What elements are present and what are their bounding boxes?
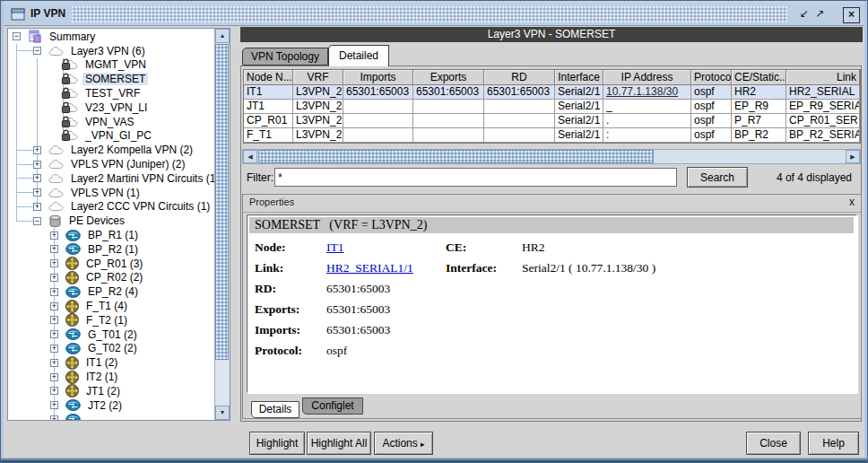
table-header-cell[interactable]: Link: [786, 70, 860, 85]
help-button[interactable]: Help: [808, 432, 859, 455]
expand-icon[interactable]: +: [33, 146, 41, 154]
table-row[interactable]: CP_R01L3VPN_2Serial2/1.ospfP_R7CP_R01_SE…: [244, 114, 860, 128]
tree-item-bp-r1-1[interactable]: +BP_R1 (1): [9, 228, 214, 242]
table-header-cell[interactable]: RD: [484, 70, 555, 85]
scroll-up-arrow-icon[interactable]: ▲: [215, 29, 230, 43]
window-titlebar[interactable]: IP VPN ↙ ↗ ×: [4, 4, 864, 26]
tree-vertical-scrollbar[interactable]: ▲ ▼: [214, 29, 230, 420]
table-row[interactable]: F_T1L3VPN_2Serial2/1:ospfBP_R2BP_R2_SERI…: [244, 128, 860, 143]
collapse-icon[interactable]: −: [13, 32, 21, 40]
table-header-cell[interactable]: Exports: [413, 70, 484, 85]
tree-item-vpn-gi-pc[interactable]: _VPN_GI_PC: [9, 129, 214, 144]
tree-item-clipped[interactable]: +: [9, 413, 214, 420]
table-cell: L3VPN_2: [293, 100, 343, 114]
expand-icon[interactable]: +: [50, 316, 58, 324]
tree-item-f-t2-1[interactable]: +F_T2 (1): [9, 313, 214, 328]
tree-item-jt1-2[interactable]: +JT1 (2): [9, 384, 214, 398]
window-close-button[interactable]: ×: [843, 7, 860, 23]
scroll-right-arrow-icon[interactable]: ▶: [846, 150, 860, 163]
table-header-cell[interactable]: Node N...: [244, 70, 293, 85]
tree-item-vpls-vpn-1[interactable]: +VPLS VPN (1): [9, 186, 214, 200]
tree-item-layer3-vpn-6[interactable]: −Layer3 VPN (6): [9, 44, 214, 58]
expand-icon[interactable]: +: [50, 274, 58, 282]
actions-button[interactable]: Actions ▸: [374, 432, 433, 455]
tree-item-layer2-ccc-vpn-circuits-1[interactable]: +Layer2 CCC VPN Circuits (1): [9, 200, 214, 214]
scroll-down-arrow-icon[interactable]: ▼: [215, 406, 230, 420]
ip-address-link[interactable]: 10.77.1.138/30: [603, 85, 691, 100]
scroll-left-arrow-icon[interactable]: ◀: [243, 150, 257, 163]
tree-item-cp-r02-2[interactable]: +CP_R02 (2): [9, 271, 214, 285]
table-cell: L3VPN_2: [293, 114, 343, 128]
table-header-cell[interactable]: IP Address: [603, 70, 691, 85]
search-button[interactable]: Search: [687, 167, 748, 188]
tree-item-layer2-martini-vpn-circuits-1[interactable]: +Layer2 Martini VPN Circuits (1): [9, 171, 214, 186]
close-button[interactable]: Close: [746, 432, 801, 455]
table-horizontal-scrollbar[interactable]: ◀ ▶: [242, 149, 861, 164]
expand-icon[interactable]: +: [50, 345, 58, 353]
expand-icon[interactable]: +: [50, 359, 58, 367]
collapse-icon[interactable]: −: [33, 217, 41, 225]
property-label: Imports:: [255, 323, 326, 337]
tree-item-jt2-2[interactable]: +JT2 (2): [9, 398, 214, 413]
tab-detailed[interactable]: Detailed: [328, 45, 389, 66]
expand-icon[interactable]: +: [50, 302, 58, 310]
expand-icon[interactable]: +: [50, 415, 58, 420]
filter-input[interactable]: [274, 168, 677, 187]
expand-icon[interactable]: +: [33, 203, 41, 211]
tree-item-vpn-vas[interactable]: VPN_VAS: [9, 115, 214, 129]
tree-item-bp-r2-1[interactable]: +BP_R2 (1): [9, 242, 214, 257]
table-header-cell[interactable]: CE/Static...: [732, 70, 786, 85]
table-row[interactable]: JT1L3VPN_2Serial2/1_ospfEP_R9EP_R9_SERIA: [244, 100, 860, 114]
expand-icon[interactable]: +: [50, 373, 58, 381]
collapse-icon[interactable]: −: [33, 47, 41, 55]
tab-details[interactable]: Details: [251, 401, 299, 418]
tree-item-summary[interactable]: −Summary: [9, 30, 214, 44]
expand-icon[interactable]: +: [50, 288, 58, 296]
tree-item-label: Layer2 CCC VPN Circuits (1): [68, 200, 213, 213]
table-scrollbar-thumb[interactable]: [258, 150, 654, 163]
tree-item-it2-1[interactable]: +IT2 (1): [9, 370, 214, 384]
lock-cloud-icon: [59, 116, 78, 128]
table-cell: Serial2/1: [555, 114, 603, 128]
tree-item-vpls-vpn-juniper-2[interactable]: +VPLS VPN (Juniper) (2): [9, 157, 214, 171]
tree-item-cp-r01-3[interactable]: +CP_R01 (3): [9, 257, 214, 271]
tree-item-somerset[interactable]: SOMERSET: [9, 72, 214, 86]
table-header-cell[interactable]: Protocol: [691, 70, 732, 85]
tab-vpn-topology[interactable]: VPN Topology: [242, 48, 328, 66]
expand-icon[interactable]: +: [50, 232, 58, 240]
tab-configlet[interactable]: Configlet: [302, 397, 363, 415]
expand-icon[interactable]: +: [50, 259, 58, 267]
expand-icon[interactable]: +: [50, 245, 58, 253]
tree-item-ep-r2-4[interactable]: +EP_R2 (4): [9, 284, 214, 299]
tree-item-v23-vpn-li[interactable]: V23_VPN_LI: [9, 100, 214, 115]
property-value-link[interactable]: HR2_SERIAL1/1: [326, 261, 446, 275]
expand-icon[interactable]: +: [50, 330, 58, 338]
tree-item-mgmt-vpn[interactable]: MGMT_VPN: [9, 58, 214, 73]
table-header-cell[interactable]: Interface: [555, 70, 603, 85]
highlight-all-button[interactable]: Highlight All: [307, 432, 371, 455]
table-header-cell[interactable]: Imports: [343, 70, 413, 85]
tree-scrollbar-thumb[interactable]: [215, 44, 229, 360]
expand-icon[interactable]: +: [33, 174, 41, 182]
expand-icon[interactable]: +: [33, 161, 41, 169]
expand-icon[interactable]: +: [50, 401, 58, 409]
tree-item-f-t1-4[interactable]: +F_T1 (4): [9, 299, 214, 313]
tree-item-layer2-kompella-vpn-2[interactable]: +Layer2 Kompella VPN (2): [9, 143, 214, 157]
lock-cloud-icon: [59, 87, 78, 100]
expand-icon[interactable]: +: [50, 387, 58, 395]
tree-item-label: IT2 (1): [83, 371, 120, 383]
tree-item-test-vrf[interactable]: TEST_VRF: [9, 86, 214, 100]
tree-item-g-t02-2[interactable]: +G_T02 (2): [9, 342, 214, 356]
properties-close-icon[interactable]: x: [849, 196, 855, 208]
tree-item-it1-2[interactable]: +IT1 (2): [9, 355, 214, 370]
maximize-button[interactable]: ↗: [812, 7, 828, 22]
tree-item-g-t01-2[interactable]: +G_T01 (2): [9, 328, 214, 342]
property-value-link[interactable]: IT1: [326, 240, 446, 255]
tree-item-pe-devices[interactable]: −PE Devices: [9, 214, 214, 228]
table-header-cell[interactable]: VRF: [293, 70, 343, 85]
highlight-button[interactable]: Highlight: [249, 432, 305, 455]
table-row[interactable]: IT1L3VPN_265301:6500365301:6500365301:65…: [244, 85, 860, 100]
tree-item-label: SOMERSET: [82, 73, 148, 85]
expand-icon[interactable]: +: [33, 188, 41, 197]
minimize-button[interactable]: ↙: [796, 7, 812, 22]
